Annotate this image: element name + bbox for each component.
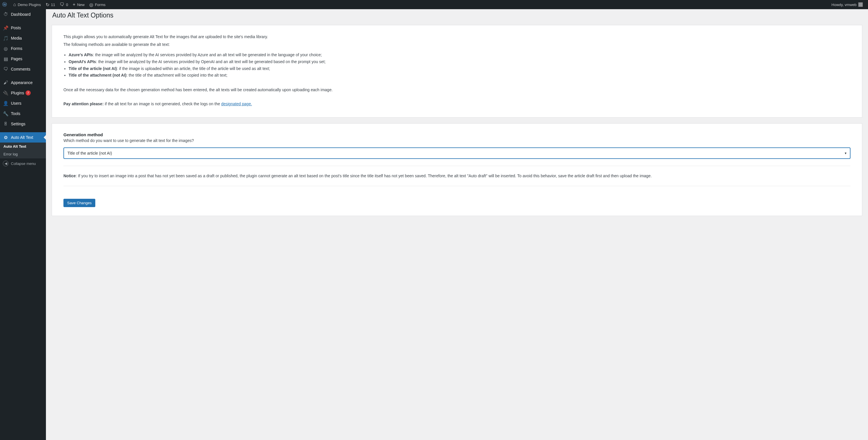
method-strong: Title of the attachment (not AI) — [69, 73, 126, 77]
menu-label: Plugins — [11, 91, 24, 95]
method-item: Title of the article (not AI): if the im… — [69, 65, 850, 72]
wrench-icon: 🔧 — [3, 111, 9, 116]
slider-icon: 🎚 — [3, 121, 9, 127]
menu-label: Posts — [11, 26, 21, 30]
notice-rest: : If you try to insert an image into a p… — [76, 173, 652, 178]
designated-page-link[interactable]: designated page. — [221, 102, 252, 106]
site-name-link[interactable]: ⌂Demo Plugins — [11, 0, 43, 9]
notice-text: Notice: If you try to insert an image in… — [63, 173, 850, 179]
pages-icon: ▤ — [3, 56, 9, 62]
media-icon: 🎵 — [3, 35, 9, 41]
method-strong: Azure's APIs — [69, 53, 93, 57]
submenu-auto-alt-text-main[interactable]: Auto Alt Text — [0, 142, 46, 150]
collapse-icon: ◀ — [3, 161, 9, 166]
menu-label: Forms — [11, 46, 22, 51]
user-icon: 👤 — [3, 100, 9, 106]
method-rest: : the title of the attachment will be co… — [126, 73, 227, 77]
forms-icon: ◎ — [3, 45, 9, 52]
brush-icon: 🖌 — [3, 80, 9, 86]
my-account[interactable]: Howdy, vmweb — [829, 0, 865, 9]
intro-p2: The following methods are available to g… — [63, 42, 850, 47]
submenu-auto-alt-text: Auto Alt Text Error log — [0, 142, 46, 158]
menu-comments[interactable]: 🗨Comments — [0, 64, 46, 74]
menu-pages[interactable]: ▤Pages — [0, 54, 46, 64]
dashboard-icon: ⏱ — [3, 11, 9, 17]
menu-label: Media — [11, 36, 22, 40]
comments-link[interactable]: 🗨0 — [57, 0, 70, 9]
intro-p1: This plugin allows you to automatically … — [63, 34, 850, 40]
menu-label: Appearance — [11, 80, 33, 85]
collapse-label: Collapse menu — [11, 162, 36, 166]
comment-icon: 🗨 — [3, 66, 9, 72]
method-strong: OpenAI's APIs — [69, 59, 96, 64]
method-item: OpenAI's APIs: the image will be analyze… — [69, 59, 850, 65]
comments-count: 0 — [66, 3, 68, 7]
content-wrap: Auto Alt Text Options This plugin allows… — [46, 0, 868, 228]
menu-users[interactable]: 👤Users — [0, 98, 46, 108]
new-label: New — [77, 3, 85, 7]
wp-logo[interactable]: ⓦ — [0, 0, 11, 9]
menu-label: Users — [11, 101, 22, 106]
attention-note: Pay attention please: if the alt text fo… — [63, 101, 850, 107]
auto-note: Once all the necessary data for the chos… — [63, 87, 850, 93]
update-icon: ↻ — [45, 2, 50, 7]
menu-settings[interactable]: 🎚Settings — [0, 119, 46, 129]
avatar — [858, 2, 863, 7]
admin-bar: ⓦ ⌂Demo Plugins ↻11 🗨0 +New ◎Forms Howdy… — [0, 0, 868, 9]
forms-link[interactable]: ◎Forms — [87, 0, 108, 9]
menu-posts[interactable]: 📌Posts — [0, 23, 46, 33]
notice-strong: Notice — [63, 173, 76, 178]
menu-plugins[interactable]: 🔌Plugins7 — [0, 88, 46, 98]
method-rest: : the image will be analyzed by the AI s… — [96, 59, 326, 64]
admin-menu: ⏱Dashboard 📌Posts 🎵Media ◎Forms ▤Pages 🗨… — [0, 9, 46, 228]
menu-forms[interactable]: ◎Forms — [0, 43, 46, 54]
updates-link[interactable]: ↻11 — [43, 0, 57, 9]
save-changes-button[interactable]: Save Changes — [63, 199, 95, 207]
method-rest: : if the image is uploaded within an art… — [117, 66, 270, 71]
forms-label: Forms — [95, 3, 105, 7]
method-item: Title of the attachment (not AI): the ti… — [69, 72, 850, 79]
intro-card: This plugin allows you to automatically … — [52, 25, 862, 117]
methods-list: Azure's APIs: the image will be analyzed… — [69, 52, 850, 79]
gear-icon: ⚙ — [3, 135, 9, 140]
settings-card: Generation method Which method do you wa… — [52, 123, 862, 216]
comment-icon: 🗨 — [60, 2, 64, 7]
plugins-badge: 7 — [26, 90, 31, 96]
menu-label: Tools — [11, 111, 20, 116]
new-content-link[interactable]: +New — [70, 0, 87, 9]
menu-tools[interactable]: 🔧Tools — [0, 108, 46, 119]
attention-strong: Pay attention please: — [63, 102, 104, 106]
menu-dashboard[interactable]: ⏱Dashboard — [0, 9, 46, 20]
menu-label: Dashboard — [11, 12, 31, 16]
collapse-menu[interactable]: ◀Collapse menu — [0, 158, 46, 169]
wordpress-icon: ⓦ — [2, 2, 7, 8]
generation-method-desc: Which method do you want to use to gener… — [63, 138, 850, 143]
generation-method-title: Generation method — [63, 132, 850, 137]
site-name: Demo Plugins — [18, 3, 41, 7]
plug-icon: 🔌 — [3, 90, 9, 96]
method-strong: Title of the article (not AI) — [69, 66, 117, 71]
home-icon: ⌂ — [13, 2, 16, 7]
menu-label: Settings — [11, 122, 26, 126]
menu-appearance[interactable]: 🖌Appearance — [0, 77, 46, 88]
divider — [63, 166, 850, 166]
attention-rest: if the alt text for an image is not gene… — [104, 102, 221, 106]
menu-label: Comments — [11, 67, 30, 71]
menu-label: Pages — [11, 57, 22, 61]
howdy-text: Howdy, vmweb — [832, 3, 857, 7]
updates-count: 11 — [51, 3, 55, 7]
forms-icon: ◎ — [89, 2, 93, 7]
menu-label: Auto Alt Text — [11, 135, 33, 140]
divider — [63, 186, 850, 186]
menu-media[interactable]: 🎵Media — [0, 33, 46, 43]
method-item: Azure's APIs: the image will be analyzed… — [69, 52, 850, 59]
menu-auto-alt-text[interactable]: ⚙Auto Alt Text — [0, 132, 46, 142]
generation-method-select[interactable]: Title of the article (not AI) — [63, 147, 850, 159]
plus-icon: + — [73, 2, 75, 7]
submenu-error-log[interactable]: Error log — [0, 150, 46, 158]
page-title: Auto Alt Text Options — [52, 11, 862, 19]
method-rest: : the image will be analyzed by the AI s… — [93, 53, 322, 57]
pin-icon: 📌 — [3, 25, 9, 31]
